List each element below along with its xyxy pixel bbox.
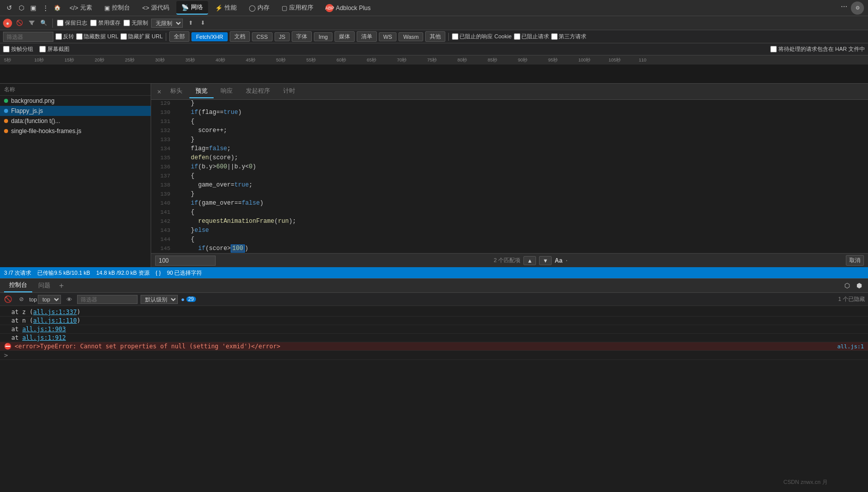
link-alljs-110[interactable]: all.js:1:110 (33, 317, 77, 324)
throttle-checkbox[interactable] (123, 20, 130, 26)
filter-fetch-xhr[interactable]: Fetch/XHR (191, 32, 228, 41)
third-party-check[interactable]: 第三方请求 (551, 33, 586, 40)
tab-timing[interactable]: 计时 (277, 85, 301, 98)
regex-button[interactable]: · (565, 256, 567, 265)
tab-application[interactable]: ▢ 应用程序 (277, 2, 318, 14)
detach-console-icon[interactable]: ⬢ (854, 281, 864, 291)
request-count: 3 /7 次请求 (4, 269, 31, 277)
home-icon[interactable]: 🏠 (52, 3, 62, 13)
file-item-data[interactable]: data:(function t()... (0, 116, 151, 126)
reverse-check[interactable]: 反转 (55, 33, 74, 40)
tick-10: 55秒 (306, 57, 316, 64)
throttle-check[interactable]: 无限制 (123, 19, 148, 27)
blocked-requests-check[interactable]: 已阻止请求 (514, 33, 549, 40)
tab-sources[interactable]: <> 源代码 (137, 2, 174, 14)
filter-font[interactable]: 字体 (292, 31, 312, 42)
screenshot-check[interactable]: 屏幕截图 (39, 45, 70, 53)
context-label: top (29, 296, 37, 302)
panel-icon[interactable]: ▣ (28, 3, 38, 13)
throttle-select[interactable]: 无限制 (151, 19, 183, 28)
search-cancel-button[interactable]: 取消 (846, 255, 864, 266)
filter-other[interactable]: 其他 (425, 31, 445, 42)
clear-button[interactable]: 🚫 (15, 19, 24, 28)
filter-sep (166, 33, 166, 41)
tab-preview[interactable]: 预览 (189, 85, 214, 98)
preserve-console-button[interactable]: ⊘ (16, 294, 26, 304)
filter-js[interactable]: JS (275, 32, 290, 41)
filter-clear[interactable]: 清单 (357, 31, 377, 42)
filter-toggle[interactable] (27, 19, 36, 28)
console-filter-input[interactable] (77, 295, 138, 304)
tab-issues[interactable]: 问题 (33, 279, 55, 292)
main-content: 名称 background.png Flappy_js.js data:(fun… (0, 84, 868, 267)
expand-console-icon[interactable]: ⬡ (842, 281, 852, 291)
watermark: CSDN znwx.cn 月 (783, 478, 828, 486)
blocked-cookies-check[interactable]: 已阻止的响应 Cookie (452, 33, 511, 40)
link-alljs-903[interactable]: all.js:1:903 (22, 326, 66, 333)
filter-wasm[interactable]: Wasm (398, 32, 423, 41)
error-source-link[interactable]: all.js:1 (837, 343, 864, 350)
preserve-log-check[interactable]: 保留日志 (57, 19, 87, 27)
har-check[interactable]: 将待处理的请求包含在 HAR 文件中 (770, 45, 865, 53)
tab-adblock[interactable]: ABP Adblock Plus (320, 2, 375, 14)
search-down-button[interactable]: ▼ (539, 256, 552, 265)
tick-16: 85秒 (488, 57, 497, 64)
close-tab-button[interactable]: × (155, 88, 163, 96)
eye-icon[interactable]: 👁 (64, 294, 74, 304)
search-input[interactable] (155, 256, 216, 266)
filter-all[interactable]: 全部 (169, 31, 189, 42)
filter-input[interactable] (3, 32, 53, 42)
tick-9: 50秒 (276, 57, 286, 64)
download-icon[interactable]: ⬇ (198, 19, 207, 28)
disable-cache-check[interactable]: 禁用缓存 (90, 19, 120, 27)
link-alljs-912[interactable]: all.js:1:912 (22, 334, 66, 341)
search-up-button[interactable]: ▲ (523, 256, 536, 265)
file-dot-data (4, 119, 8, 123)
upload-icon[interactable]: ⬆ (186, 19, 195, 28)
tick-17: 90秒 (518, 57, 527, 64)
filter-ws[interactable]: WS (379, 32, 397, 41)
more-icon[interactable]: ⋮ (40, 3, 50, 13)
tab-console-panel[interactable]: ▣ 控制台 (99, 2, 135, 14)
disable-cache-checkbox[interactable] (90, 20, 97, 26)
tab-performance[interactable]: ⚡ 性能 (210, 2, 242, 14)
group-by-frame-check[interactable]: 按帧分组 (3, 45, 33, 53)
tab-headers[interactable]: 标头 (164, 85, 188, 98)
hide-data-urls-check[interactable]: 隐藏数据 URL (76, 33, 118, 40)
console-line-4: at all.js:1:912 (0, 334, 868, 342)
preserve-log-checkbox[interactable] (57, 20, 63, 26)
more-options-icon[interactable]: ⋯ (839, 2, 849, 12)
tab-console[interactable]: 控制台 (4, 279, 32, 292)
record-button[interactable]: ● (3, 19, 12, 28)
hide-ext-urls-check[interactable]: 隐藏扩展 URL (120, 33, 163, 40)
tab-memory[interactable]: ◯ 内存 (244, 2, 275, 14)
file-item-hooks[interactable]: single-file-hooks-frames.js (0, 126, 151, 136)
bottom-panel: 控制台 问题 + ⬡ ⬢ 🚫 ⊘ top top 👁 默认级别 ● 29 1 个… (0, 278, 868, 414)
filter-media[interactable]: 媒体 (335, 31, 355, 42)
match-case-button[interactable]: Aa (555, 257, 562, 264)
search-bar: 2 个匹配项 ▲ ▼ Aa · 取消 (151, 253, 868, 267)
code-line-144: 144 { (151, 236, 868, 245)
tab-network[interactable]: 📡 网络 (176, 1, 208, 15)
filter-doc[interactable]: 文档 (230, 31, 250, 42)
timeline-bars (0, 65, 868, 83)
inspect-icon[interactable]: ⬡ (16, 3, 26, 13)
reload-icon[interactable]: ↺ (4, 3, 14, 13)
filter-css[interactable]: CSS (252, 32, 273, 41)
filter-img[interactable]: Img (314, 32, 332, 41)
tab-elements[interactable]: </> 元素 (64, 2, 97, 14)
tick-19: 100秒 (578, 57, 590, 64)
code-line-135: 135 defen(score); (151, 154, 868, 163)
context-select[interactable]: top (38, 295, 61, 304)
tab-response[interactable]: 响应 (215, 85, 239, 98)
file-item-flappy[interactable]: Flappy_js.js (0, 106, 151, 116)
tab-initiator[interactable]: 发起程序 (240, 85, 276, 98)
link-alljs-337[interactable]: all.js:1:337 (33, 309, 77, 316)
add-tab-button[interactable]: + (56, 281, 66, 291)
filter-sep2 (448, 33, 449, 41)
clear-console-button[interactable]: 🚫 (3, 294, 13, 304)
level-select[interactable]: 默认级别 (141, 295, 178, 304)
tick-11: 60秒 (337, 57, 346, 64)
search-button[interactable]: 🔍 (39, 19, 48, 28)
file-item-bg[interactable]: background.png (0, 96, 151, 106)
